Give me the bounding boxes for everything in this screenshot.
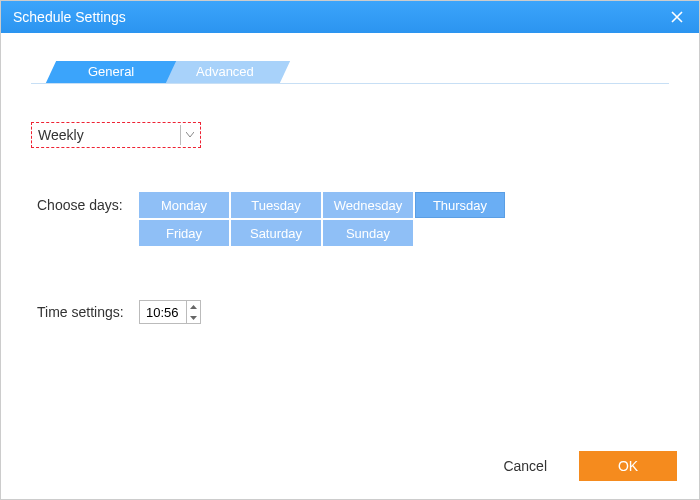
day-sunday[interactable]: Sunday: [323, 220, 413, 246]
window-title: Schedule Settings: [13, 9, 126, 25]
day-wednesday[interactable]: Wednesday: [323, 192, 413, 218]
time-spinner: [186, 301, 200, 323]
day-thursday[interactable]: Thursday: [415, 192, 505, 218]
tab-row: General Advanced: [31, 61, 669, 84]
spinner-down-icon[interactable]: [187, 312, 200, 323]
tab-advanced[interactable]: Advanced: [160, 61, 290, 83]
titlebar: Schedule Settings: [1, 1, 699, 33]
time-value: 10:56: [146, 305, 179, 320]
time-input[interactable]: 10:56: [139, 300, 201, 324]
day-saturday[interactable]: Saturday: [231, 220, 321, 246]
spinner-up-icon[interactable]: [187, 301, 200, 312]
cancel-button[interactable]: Cancel: [495, 452, 555, 480]
tab-general[interactable]: General: [46, 61, 176, 83]
day-tuesday[interactable]: Tuesday: [231, 192, 321, 218]
schedule-type-dropdown[interactable]: Weekly: [31, 122, 201, 148]
choose-days-label: Choose days:: [31, 192, 139, 213]
days-grid: Monday Tuesday Wednesday Thursday Friday…: [139, 192, 505, 246]
close-icon[interactable]: [667, 7, 687, 28]
ok-button[interactable]: OK: [579, 451, 677, 481]
tab-advanced-label: Advanced: [196, 61, 254, 83]
day-friday[interactable]: Friday: [139, 220, 229, 246]
schedule-type-value: Weekly: [38, 127, 84, 143]
day-monday[interactable]: Monday: [139, 192, 229, 218]
footer: Cancel OK: [495, 451, 677, 481]
tab-general-label: General: [88, 61, 134, 83]
chevron-down-icon: [180, 125, 198, 145]
time-settings-label: Time settings:: [31, 304, 139, 320]
